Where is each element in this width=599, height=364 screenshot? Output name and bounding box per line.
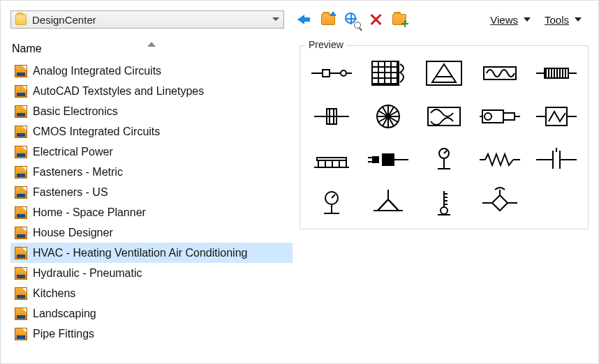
symbol-gauge-stand[interactable] <box>418 139 470 180</box>
tree-row[interactable]: Kitchens <box>10 283 293 303</box>
tree-row[interactable]: Fasteners - Metric <box>10 162 293 182</box>
tree-row[interactable]: Hydraulic - Pneumatic <box>10 263 293 283</box>
tree-row[interactable]: Electrical Power <box>10 142 293 162</box>
tree-row[interactable]: Landscaping <box>10 303 293 324</box>
tree-panel: Name Analog Integrated CircuitsAutoCAD T… <box>10 41 293 348</box>
dwg-icon <box>15 166 27 179</box>
symbol-resistor-series[interactable] <box>474 139 526 180</box>
dwg-icon <box>15 267 27 280</box>
svg-point-48 <box>385 114 391 119</box>
views-menu-label: Views <box>490 14 518 26</box>
symbol-damper-inline[interactable] <box>306 53 357 93</box>
symbol-junction-box[interactable] <box>362 139 413 180</box>
svg-line-89 <box>378 199 388 211</box>
tree-item-label: Electrical Power <box>33 146 113 158</box>
location-dropdown[interactable]: DesignCenter <box>10 10 284 29</box>
symbol-pressure-gauge[interactable] <box>306 183 357 223</box>
tree-row[interactable]: Home - Space Planner <box>10 202 293 222</box>
symbol-filter-rect[interactable] <box>531 53 582 93</box>
tree-row[interactable]: Fasteners - US <box>10 182 293 202</box>
tree-item-label: Analog Integrated Circuits <box>33 65 161 77</box>
dwg-icon <box>15 85 27 98</box>
symbol-duct-tee[interactable] <box>306 96 357 137</box>
svg-line-71 <box>444 151 447 153</box>
tree-item-label: Fasteners - Metric <box>33 166 123 179</box>
symbol-air-handler[interactable] <box>418 53 470 93</box>
tree-item-label: Fasteners - US <box>33 186 108 199</box>
x-icon <box>369 13 382 26</box>
sort-ascending-icon <box>147 42 156 47</box>
toolbar-icons <box>297 12 407 27</box>
menu-bar: Views Tools <box>490 14 582 26</box>
tree-row[interactable]: Analog Integrated Circuits <box>10 61 293 81</box>
dwg-icon <box>15 206 27 219</box>
tree-item-label: Pipe Fittings <box>33 328 94 340</box>
search-button[interactable] <box>344 12 360 27</box>
up-folder-button[interactable] <box>320 12 336 27</box>
tree-row[interactable]: CMOS Integrated Circuits <box>10 121 293 142</box>
tree-item-label: CMOS Integrated Circuits <box>33 126 160 138</box>
tree-row[interactable]: AutoCAD Textstyles and Linetypes <box>10 81 293 101</box>
svg-point-92 <box>441 207 448 214</box>
symbol-capacitor-symbol[interactable] <box>531 139 582 180</box>
dropdown-label: DesignCenter <box>32 14 272 26</box>
globe-search-icon <box>345 13 359 26</box>
symbol-valve-threeway[interactable] <box>362 183 413 223</box>
svg-rect-66 <box>372 156 379 163</box>
tree-item-label: Home - Space Planner <box>33 206 146 219</box>
arrow-left-icon <box>297 15 311 24</box>
symbol-valve-body[interactable] <box>474 183 526 223</box>
caret-down-icon <box>575 17 582 22</box>
dwg-icon <box>15 247 27 259</box>
svg-rect-52 <box>503 113 515 120</box>
preview-legend: Preview <box>306 39 346 50</box>
tree-item-label: AutoCAD Textstyles and Linetypes <box>33 85 204 98</box>
symbol-grille-crosshatch[interactable] <box>362 53 413 93</box>
tree-list: Analog Integrated CircuitsAutoCAD Textst… <box>10 61 293 344</box>
symbol-heating-coil[interactable] <box>474 53 526 93</box>
tools-menu-label: Tools <box>545 14 569 26</box>
symbol-thermometer[interactable] <box>418 183 470 223</box>
dwg-icon <box>15 308 27 320</box>
svg-point-3 <box>341 70 346 76</box>
favorites-button[interactable] <box>392 12 407 27</box>
svg-rect-65 <box>382 153 394 166</box>
caret-down-icon <box>524 17 531 22</box>
folder-icon <box>15 14 27 25</box>
preview-panel: Preview <box>300 41 589 348</box>
views-menu[interactable]: Views <box>490 14 531 26</box>
tools-menu[interactable]: Tools <box>545 14 582 26</box>
tree-row[interactable]: House Designer <box>10 222 293 243</box>
column-name-header: Name <box>12 43 42 55</box>
tree-row[interactable]: Basic Electronics <box>10 101 293 121</box>
svg-line-82 <box>332 195 335 198</box>
folder-plus-icon <box>392 14 406 25</box>
symbol-pump-motor[interactable] <box>474 96 526 137</box>
svg-point-51 <box>485 113 491 120</box>
tree-item-label: Basic Electronics <box>33 105 118 118</box>
dwg-icon <box>15 186 27 199</box>
delete-button[interactable] <box>368 12 383 27</box>
tree-header-row[interactable]: Name <box>10 41 293 56</box>
svg-rect-64 <box>317 158 346 160</box>
tree-item-label: Landscaping <box>33 308 96 320</box>
preview-grid <box>306 53 582 223</box>
toolbar: DesignCenter Views Tools <box>10 8 589 31</box>
symbol-fan-radial[interactable] <box>362 96 413 137</box>
symbol-diffuser-linear[interactable] <box>306 139 357 180</box>
dwg-icon <box>15 227 27 239</box>
symbol-cooling-coil[interactable] <box>418 96 470 137</box>
folder-up-icon <box>321 14 335 25</box>
tree-row[interactable]: Pipe Fittings <box>10 324 293 344</box>
back-button[interactable] <box>297 12 312 27</box>
svg-rect-50 <box>482 110 503 123</box>
svg-rect-1 <box>323 70 330 77</box>
body-area: Name Analog Integrated CircuitsAutoCAD T… <box>10 41 589 348</box>
tree-row[interactable]: HVAC - Heating Ventilation Air Condition… <box>10 243 293 263</box>
symbol-controller-box[interactable] <box>531 96 582 137</box>
dwg-icon <box>15 65 27 77</box>
tree-item-label: House Designer <box>33 227 113 239</box>
tree-item-label: Kitchens <box>33 287 75 300</box>
svg-line-90 <box>388 199 399 211</box>
designcenter-window: DesignCenter Views Tools Name <box>0 0 599 364</box>
